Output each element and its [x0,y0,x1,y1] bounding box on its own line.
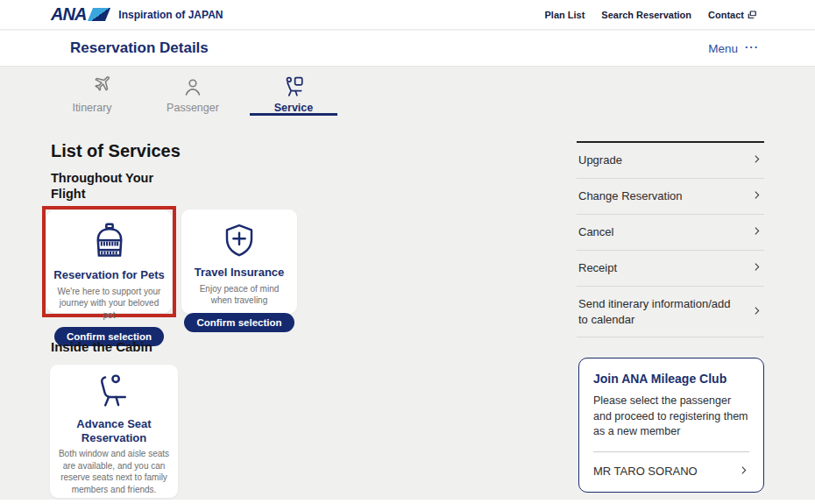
menu-item-upgrade[interactable]: Upgrade [577,143,764,179]
tab-passenger-label: Passenger [149,102,237,114]
header-links: Plan List Search Reservation Contact [544,10,757,20]
search-reservation-link[interactable]: Search Reservation [601,10,691,20]
ana-logo[interactable]: ANA Inspiration of JAPAN [51,4,223,25]
highlight-annotation: Reservation for Pets We're here to suppo… [42,206,176,317]
external-link-icon [747,10,757,20]
sub-header: Reservation Details Menu ··· [0,31,815,67]
section-inside-cabin-title: Inside the Cabin [51,339,152,354]
recliner-seat-icon [96,373,132,410]
card-title: Travel Insurance [188,266,292,280]
card-description: Both window and aisle seats are availabl… [50,448,178,495]
menu-item-receipt[interactable]: Receipt [577,251,764,287]
contact-link[interactable]: Contact [708,10,757,20]
chevron-right-icon [738,464,749,479]
pet-carrier-icon [90,223,129,261]
section-throughout-flight-title: Throughout Your Flight [51,170,182,202]
passenger-name: MR TARO SORANO [593,465,698,478]
tab-itinerary[interactable]: Itinerary [48,75,136,114]
card-description: We're here to support your journey with … [46,286,172,322]
card-reservation-for-pets[interactable]: Reservation for Pets We're here to suppo… [46,210,172,313]
mileage-club-title: Join ANA Mileage Club [593,372,749,386]
ellipsis-icon: ··· [745,40,759,53]
card-travel-insurance[interactable]: Travel Insurance Enjoy peace of mind whe… [181,209,297,314]
mileage-club-panel: Join ANA Mileage Club Please select the … [578,358,764,493]
mileage-club-description: Please select the passenger and proceed … [593,394,749,440]
page-title: Reservation Details [70,39,209,57]
menu-item-cancel[interactable]: Cancel [577,215,764,251]
airplane-icon [48,75,136,98]
top-header: ANA Inspiration of JAPAN Plan List Searc… [0,0,815,30]
services-heading: List of Services [51,141,181,161]
tab-itinerary-label: Itinerary [48,102,136,114]
menu-item-change-reservation[interactable]: Change Reservation [577,179,764,215]
chevron-right-icon [751,224,762,240]
chevron-right-icon [751,260,762,276]
menu-item-send-itinerary[interactable]: Send itinerary information/add to calend… [577,287,764,337]
tab-passenger[interactable]: Passenger [149,75,237,114]
reservation-actions-menu: Upgrade Change Reservation Cancel Receip… [577,141,764,337]
menu-button[interactable]: Menu ··· [708,42,759,55]
card-title: Advance Seat Reservation [50,417,178,444]
confirm-selection-button-travel[interactable]: Confirm selection [184,313,294,332]
chevron-right-icon [751,188,762,204]
ana-logo-slash-icon [88,8,110,21]
footer-strip [0,500,815,504]
active-tab-underline [250,113,337,116]
tab-service-label: Service [250,102,337,114]
ana-logo-tagline: Inspiration of JAPAN [118,9,223,21]
cabin-seat-icon [250,75,337,98]
ana-logo-text: ANA [51,4,86,25]
shield-plus-icon [221,222,258,259]
card-title: Reservation for Pets [46,268,171,282]
chevron-right-icon [751,304,762,320]
tab-service[interactable]: Service [250,75,337,114]
plan-list-link[interactable]: Plan List [544,10,585,20]
card-description: Enjoy peace of mind when traveling [181,283,297,307]
chevron-right-icon [751,153,762,168]
passenger-row[interactable]: MR TARO SORANO [593,451,749,486]
card-advance-seat-reservation[interactable]: Advance Seat Reservation Both window and… [50,365,178,498]
person-icon [149,75,237,98]
